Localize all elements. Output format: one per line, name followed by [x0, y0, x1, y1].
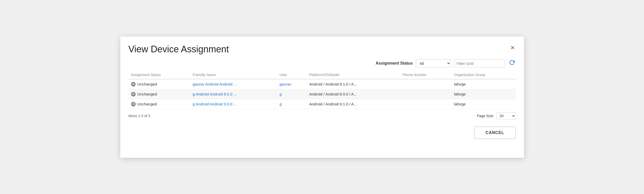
cell-platform: Android / Android 8.0.0 / A... — [307, 89, 400, 99]
user-link[interactable]: gaurav — [279, 82, 291, 86]
device-assignment-table: Assignment Status Friendly Name User Pla… — [128, 71, 516, 109]
page-size-label: Page Size: — [477, 114, 494, 118]
close-button[interactable]: × — [509, 44, 516, 51]
cell-user[interactable]: gaurav — [277, 79, 307, 89]
cell-user[interactable]: g — [277, 89, 307, 99]
friendly-name-link[interactable]: gaurav Android Android ... — [193, 82, 237, 86]
modal-title: View Device Assignment — [128, 44, 229, 55]
unchanged-icon — [131, 92, 136, 96]
refresh-button[interactable] — [508, 59, 516, 67]
table-row: Unchangedgaurav Android Android ...gaura… — [128, 79, 516, 89]
friendly-name-link[interactable]: g Android Android 8.0.0 ... — [193, 92, 237, 96]
grid-footer: Items 1-3 of 3 Page Size: 102050100 — [128, 112, 516, 119]
cell-organization-group: laforge — [451, 99, 516, 109]
col-phone-number: Phone Number — [400, 71, 452, 79]
table-header: Assignment Status Friendly Name User Pla… — [128, 71, 516, 79]
modal-header: View Device Assignment × — [128, 44, 516, 55]
col-assignment-status: Assignment Status — [128, 71, 190, 79]
cell-friendly-name[interactable]: gaurav Android Android ... — [190, 79, 277, 89]
cell-phone-number — [400, 99, 452, 109]
cell-platform: Android / Android 8.1.0 / A... — [307, 99, 400, 109]
col-friendly-name: Friendly Name — [190, 71, 277, 79]
cell-assignment-status: Unchanged — [128, 89, 190, 99]
toolbar: Assignment Status AllUnchangedAddedRemov… — [128, 59, 516, 68]
cell-friendly-name[interactable]: g Android Android 8.0.0 ... — [190, 89, 277, 99]
cell-assignment-status: Unchanged — [128, 99, 190, 109]
assignment-status-label: Assignment Status — [376, 61, 413, 66]
assignment-status-select[interactable]: AllUnchangedAddedRemoved — [416, 59, 451, 68]
col-organization-group: Organization Group — [451, 71, 516, 79]
friendly-name-link[interactable]: g Android Android 9.0.0 ... — [193, 102, 237, 106]
status-text: Unchanged — [137, 102, 157, 106]
unchanged-icon — [131, 82, 136, 87]
status-text: Unchanged — [137, 82, 157, 86]
user-link[interactable]: g — [279, 92, 282, 96]
cell-platform: Android / Android 8.1.0 / A... — [307, 79, 400, 89]
table-row: Unchangedg Android Android 8.0.0 ...gAnd… — [128, 89, 516, 99]
cell-organization-group: laforge — [451, 79, 516, 89]
cell-phone-number — [400, 79, 452, 89]
unchanged-icon — [131, 102, 136, 106]
page-size-area: Page Size: 102050100 — [477, 112, 516, 119]
status-text: Unchanged — [137, 92, 157, 96]
cell-assignment-status: Unchanged — [128, 79, 190, 89]
cell-organization-group: laforge — [451, 89, 516, 99]
cell-user[interactable]: g — [277, 99, 307, 109]
table-row: Unchangedg Android Android 9.0.0 ...gAnd… — [128, 99, 516, 109]
col-user: User — [277, 71, 307, 79]
modal-actions: CANCEL — [128, 125, 516, 139]
cancel-button[interactable]: CANCEL — [474, 127, 516, 139]
refresh-icon — [509, 60, 515, 65]
page-size-select[interactable]: 102050100 — [496, 112, 516, 119]
items-count: Items 1-3 of 3 — [128, 114, 150, 118]
table-body: Unchangedgaurav Android Android ...gaura… — [128, 79, 516, 109]
cell-friendly-name[interactable]: g Android Android 9.0.0 ... — [190, 99, 277, 109]
user-link[interactable]: g — [279, 102, 282, 106]
filter-grid-input[interactable] — [454, 59, 505, 67]
cell-phone-number — [400, 89, 452, 99]
view-device-assignment-modal: View Device Assignment × Assignment Stat… — [120, 37, 524, 158]
table-header-row: Assignment Status Friendly Name User Pla… — [128, 71, 516, 79]
col-platform-os-model: Platform/OS/Model — [307, 71, 400, 79]
